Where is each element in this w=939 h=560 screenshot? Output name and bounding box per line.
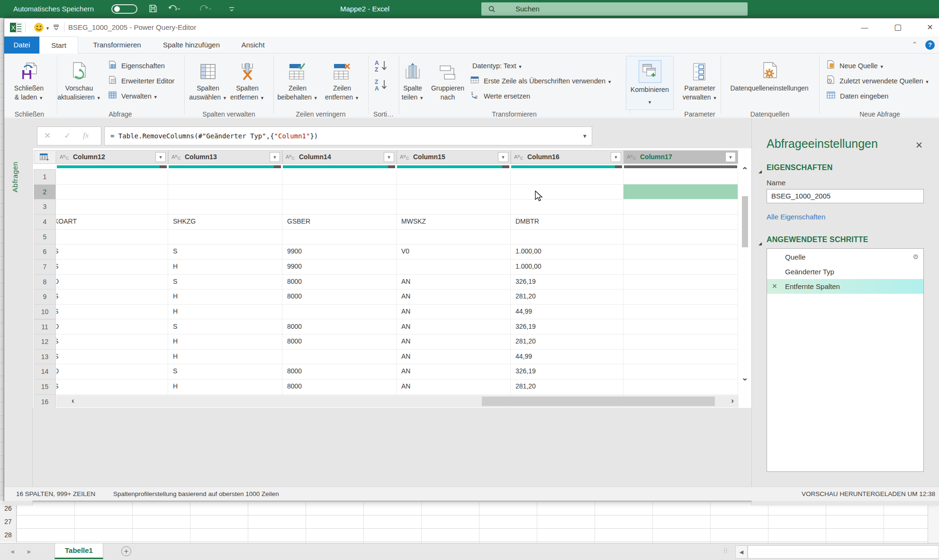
column-filter-icon[interactable]: ▼ xyxy=(725,152,736,162)
grid-cell[interactable] xyxy=(282,199,397,215)
sheet-nav-left-icon[interactable]: ◂ xyxy=(10,547,14,556)
grid-row-number[interactable]: 12 xyxy=(34,334,56,350)
help-button[interactable]: ? xyxy=(925,40,935,50)
grid-cell[interactable]: 8000 xyxy=(282,379,397,395)
grid-scroll-down-icon[interactable]: ⌄ xyxy=(741,373,748,383)
grid-vscroll-thumb[interactable] xyxy=(742,196,748,247)
column-header-column13[interactable]: ABCColumn13▼ xyxy=(168,150,282,164)
grid-cell[interactable]: S xyxy=(56,379,168,395)
excel-row-header[interactable]: 27 xyxy=(0,515,17,529)
grid-scroll-right-icon[interactable]: › xyxy=(731,396,734,406)
grid-cell[interactable]: S xyxy=(56,289,168,305)
query-name-input[interactable]: BSEG_1000_2005 xyxy=(767,189,924,203)
close-and-load-button[interactable]: Schließen& laden ▼ xyxy=(7,60,51,103)
minimize-button[interactable]: — xyxy=(854,21,875,34)
grid-cell[interactable] xyxy=(623,274,738,290)
grid-cell[interactable] xyxy=(282,229,397,245)
feedback-smiley-icon[interactable] xyxy=(34,22,44,35)
applied-step-quelle[interactable]: Quelle⚙ xyxy=(767,250,923,264)
grid-cell[interactable]: AN xyxy=(397,349,511,365)
keep-rows-button[interactable]: Zeilenbeibehalten ▼ xyxy=(277,60,318,103)
grid-row-number[interactable]: 5 xyxy=(34,229,56,245)
grid-cell[interactable]: 281,20 xyxy=(511,289,623,305)
grid-cell[interactable]: S xyxy=(56,259,168,275)
sheet-tab-tabelle1[interactable]: Tabelle1 xyxy=(54,543,103,559)
grid-row-number[interactable]: 8 xyxy=(34,274,56,290)
grid-cell[interactable] xyxy=(397,199,511,215)
grid-cell[interactable] xyxy=(623,349,738,365)
properties-button[interactable]: Eigenschaften xyxy=(108,60,165,72)
first-row-headers-button[interactable]: Erste Zeile als Überschriften verwenden … xyxy=(470,75,612,87)
grid-cell[interactable] xyxy=(397,229,511,245)
grid-row-number[interactable]: 14 xyxy=(34,364,56,379)
grid-cell[interactable] xyxy=(168,229,282,245)
grid-row-number[interactable]: 2 xyxy=(34,184,56,200)
excel-hscroll-track[interactable] xyxy=(748,545,939,559)
grid-cell[interactable] xyxy=(623,169,738,185)
grid-cell[interactable] xyxy=(623,304,738,320)
excel-hscroll-left-arrow[interactable]: ◀ xyxy=(735,545,748,559)
grid-cell[interactable] xyxy=(623,214,738,230)
close-button[interactable]: ✕ xyxy=(920,21,939,34)
grid-row-number[interactable]: 6 xyxy=(34,244,56,260)
grid-cell[interactable]: S xyxy=(168,364,282,379)
grid-cell[interactable]: AN xyxy=(397,379,511,395)
grid-cell[interactable]: H xyxy=(168,379,282,395)
grid-cell[interactable] xyxy=(623,319,738,335)
sheet-nav-right-icon[interactable]: ▸ xyxy=(27,547,31,556)
tab-ansicht[interactable]: Ansicht xyxy=(231,36,275,54)
tab-scroll-grip[interactable]: ∷∷ xyxy=(724,548,730,556)
grid-row-number[interactable]: 4 xyxy=(34,214,56,230)
excel-vertical-scrollbar[interactable] xyxy=(928,501,939,543)
grid-cell[interactable] xyxy=(397,184,511,200)
grid-cell[interactable] xyxy=(623,364,738,379)
column-filter-icon[interactable]: ▼ xyxy=(384,152,394,162)
tab-spalte-hinzufuegen[interactable]: Spalte hinzufügen xyxy=(157,36,226,54)
grid-cell[interactable]: 44,99 xyxy=(511,349,623,365)
grid-cell[interactable] xyxy=(623,379,738,395)
grid-cell[interactable]: V0 xyxy=(397,244,511,260)
grid-row-number[interactable]: 13 xyxy=(34,349,56,365)
grid-cell[interactable] xyxy=(623,199,738,215)
grid-cell[interactable] xyxy=(282,184,397,200)
step-settings-gear-icon[interactable]: ⚙ xyxy=(912,250,919,264)
enter-data-button[interactable]: Daten eingeben xyxy=(827,90,888,102)
grid-cell[interactable] xyxy=(56,199,168,215)
new-source-button[interactable]: Neue Quelle ▼ xyxy=(827,60,884,72)
sort-ascending-button[interactable]: AZ xyxy=(374,59,391,74)
grid-cell[interactable]: DMBTR xyxy=(511,214,623,230)
grid-cell[interactable]: H xyxy=(168,259,282,275)
grid-cell[interactable]: H xyxy=(168,334,282,350)
grid-cell[interactable]: D xyxy=(56,319,168,335)
grid-cell[interactable]: GSBER xyxy=(282,214,397,230)
grid-row-number[interactable]: 3 xyxy=(34,199,56,215)
column-header-column15[interactable]: ABCColumn15▼ xyxy=(397,150,511,164)
delete-step-icon[interactable]: ✕ xyxy=(772,279,777,294)
grid-cell[interactable] xyxy=(623,184,738,200)
grid-cell[interactable] xyxy=(511,169,623,185)
save-icon[interactable] xyxy=(148,4,158,16)
column-header-column17[interactable]: ABCColumn17▼ xyxy=(623,150,738,164)
grid-cell[interactable]: S xyxy=(168,244,282,260)
grid-cell[interactable] xyxy=(511,184,623,200)
undo-icon[interactable] xyxy=(168,4,180,16)
split-column-button[interactable]: Spalteteilen ▼ xyxy=(397,60,428,103)
manage-parameters-button[interactable]: Parameterverwalten ▼ xyxy=(681,60,719,103)
grid-row-number[interactable]: 15 xyxy=(34,379,56,395)
datatype-button[interactable]: Datentyp: Text ▼ xyxy=(472,60,522,72)
grid-cell[interactable]: AN xyxy=(397,364,511,379)
grid-cell[interactable] xyxy=(623,244,738,260)
applied-step-entfernte-spalten[interactable]: ✕Entfernte Spalten xyxy=(767,279,923,294)
column-filter-icon[interactable]: ▼ xyxy=(155,152,166,162)
grid-cell[interactable]: S xyxy=(56,244,168,260)
grid-horizontal-scrollbar[interactable]: ‹ › xyxy=(56,395,739,407)
grid-cell[interactable]: AN xyxy=(397,319,511,335)
grid-vertical-scrollbar[interactable]: ⌃ ⌄ xyxy=(740,169,750,406)
grid-cell[interactable]: 281,20 xyxy=(511,379,623,395)
grid-cell[interactable] xyxy=(623,289,738,305)
column-header-column12[interactable]: ABCColumn12▼ xyxy=(56,150,168,164)
grid-cell[interactable]: S xyxy=(56,304,168,320)
grid-cell[interactable] xyxy=(397,259,511,275)
grid-cell[interactable] xyxy=(282,304,397,320)
table-menu-button[interactable] xyxy=(34,150,56,164)
